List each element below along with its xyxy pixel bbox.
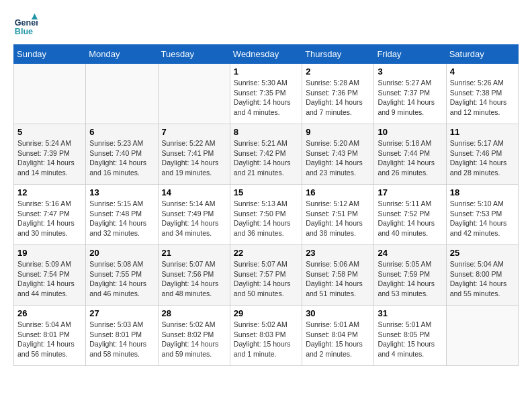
day-number: 13 [89,187,154,197]
day-number: 17 [378,187,442,197]
day-number: 28 [162,308,226,318]
day-number: 29 [234,308,298,318]
calendar-cell: 1Sunrise: 5:30 AM Sunset: 7:35 PM Daylig… [230,64,302,124]
day-number: 26 [17,308,82,318]
day-number: 25 [450,248,515,258]
day-number: 30 [306,308,370,318]
calendar-cell: 24Sunrise: 5:05 AM Sunset: 7:59 PM Dayli… [374,245,446,306]
day-info: Sunrise: 5:24 AM Sunset: 7:39 PM Dayligh… [17,138,82,178]
calendar-cell: 6Sunrise: 5:23 AM Sunset: 7:40 PM Daylig… [86,124,158,185]
calendar-cell: 22Sunrise: 5:07 AM Sunset: 7:57 PM Dayli… [230,245,302,306]
weekday-header-monday: Monday [86,45,158,64]
day-number: 5 [17,127,82,137]
calendar-cell: 23Sunrise: 5:06 AM Sunset: 7:58 PM Dayli… [302,245,374,306]
calendar-week-3: 12Sunrise: 5:16 AM Sunset: 7:47 PM Dayli… [14,185,519,245]
calendar-week-5: 26Sunrise: 5:04 AM Sunset: 8:01 PM Dayli… [14,306,519,366]
svg-marker-2 [32,13,38,19]
day-info: Sunrise: 5:30 AM Sunset: 7:35 PM Dayligh… [234,78,298,118]
day-number: 27 [89,308,154,318]
day-info: Sunrise: 5:05 AM Sunset: 7:59 PM Dayligh… [378,259,442,299]
day-number: 2 [306,66,370,77]
day-number: 24 [378,248,442,258]
day-number: 16 [306,187,370,197]
calendar-cell: 19Sunrise: 5:09 AM Sunset: 7:54 PM Dayli… [14,245,86,306]
day-number: 8 [234,127,298,137]
day-number: 3 [378,66,442,77]
calendar-cell: 15Sunrise: 5:13 AM Sunset: 7:50 PM Dayli… [230,185,302,245]
day-number: 7 [162,127,226,137]
calendar-cell: 3Sunrise: 5:27 AM Sunset: 7:37 PM Daylig… [374,64,446,124]
weekday-row: SundayMondayTuesdayWednesdayThursdayFrid… [14,45,519,64]
calendar-week-2: 5Sunrise: 5:24 AM Sunset: 7:39 PM Daylig… [14,124,519,185]
weekday-header-tuesday: Tuesday [158,45,230,64]
calendar-cell: 27Sunrise: 5:03 AM Sunset: 8:01 PM Dayli… [86,306,158,366]
calendar-cell: 4Sunrise: 5:26 AM Sunset: 7:38 PM Daylig… [446,64,518,124]
day-info: Sunrise: 5:07 AM Sunset: 7:57 PM Dayligh… [234,259,298,299]
day-info: Sunrise: 5:14 AM Sunset: 7:49 PM Dayligh… [162,199,226,238]
day-info: Sunrise: 5:26 AM Sunset: 7:38 PM Dayligh… [450,78,515,118]
calendar-body: 1Sunrise: 5:30 AM Sunset: 7:35 PM Daylig… [14,64,519,366]
calendar-cell: 31Sunrise: 5:01 AM Sunset: 8:05 PM Dayli… [374,306,446,366]
day-info: Sunrise: 5:01 AM Sunset: 8:05 PM Dayligh… [378,320,442,359]
calendar-week-4: 19Sunrise: 5:09 AM Sunset: 7:54 PM Dayli… [14,245,519,306]
calendar-week-1: 1Sunrise: 5:30 AM Sunset: 7:35 PM Daylig… [14,64,519,124]
day-info: Sunrise: 5:04 AM Sunset: 8:00 PM Dayligh… [450,259,515,299]
day-number: 15 [234,187,298,197]
day-info: Sunrise: 5:06 AM Sunset: 7:58 PM Dayligh… [306,259,370,299]
day-number: 23 [306,248,370,258]
day-info: Sunrise: 5:27 AM Sunset: 7:37 PM Dayligh… [378,78,442,118]
day-number: 19 [17,248,82,258]
day-info: Sunrise: 5:02 AM Sunset: 8:03 PM Dayligh… [234,320,298,359]
calendar-cell: 28Sunrise: 5:02 AM Sunset: 8:02 PM Dayli… [158,306,230,366]
logo: General Blue [13,13,40,38]
calendar-cell: 29Sunrise: 5:02 AM Sunset: 8:03 PM Dayli… [230,306,302,366]
day-number: 11 [450,127,515,137]
day-number: 9 [306,127,370,137]
day-number: 31 [378,308,442,318]
calendar-cell: 17Sunrise: 5:11 AM Sunset: 7:52 PM Dayli… [374,185,446,245]
calendar-cell: 18Sunrise: 5:10 AM Sunset: 7:53 PM Dayli… [446,185,518,245]
day-number: 20 [89,248,154,258]
calendar-cell: 13Sunrise: 5:15 AM Sunset: 7:48 PM Dayli… [86,185,158,245]
logo-icon: General Blue [13,13,38,38]
day-info: Sunrise: 5:10 AM Sunset: 7:53 PM Dayligh… [450,199,515,238]
weekday-header-friday: Friday [374,45,446,64]
day-info: Sunrise: 5:17 AM Sunset: 7:46 PM Dayligh… [450,138,515,178]
day-info: Sunrise: 5:21 AM Sunset: 7:42 PM Dayligh… [234,138,298,178]
calendar-table: SundayMondayTuesdayWednesdayThursdayFrid… [13,44,519,366]
calendar-cell: 21Sunrise: 5:07 AM Sunset: 7:56 PM Dayli… [158,245,230,306]
calendar-cell: 14Sunrise: 5:14 AM Sunset: 7:49 PM Dayli… [158,185,230,245]
day-info: Sunrise: 5:04 AM Sunset: 8:01 PM Dayligh… [17,320,82,359]
svg-text:Blue: Blue [15,27,33,36]
day-info: Sunrise: 5:11 AM Sunset: 7:52 PM Dayligh… [378,199,442,238]
weekday-header-saturday: Saturday [446,45,518,64]
calendar-cell [158,64,230,124]
day-info: Sunrise: 5:20 AM Sunset: 7:43 PM Dayligh… [306,138,370,178]
weekday-header-wednesday: Wednesday [230,45,302,64]
day-number: 1 [234,66,298,77]
day-info: Sunrise: 5:08 AM Sunset: 7:55 PM Dayligh… [89,259,154,299]
day-info: Sunrise: 5:09 AM Sunset: 7:54 PM Dayligh… [17,259,82,299]
day-number: 22 [234,248,298,258]
day-info: Sunrise: 5:12 AM Sunset: 7:51 PM Dayligh… [306,199,370,238]
day-number: 4 [450,66,515,77]
day-number: 12 [17,187,82,197]
calendar-cell: 26Sunrise: 5:04 AM Sunset: 8:01 PM Dayli… [14,306,86,366]
calendar-cell: 11Sunrise: 5:17 AM Sunset: 7:46 PM Dayli… [446,124,518,185]
calendar-cell [86,64,158,124]
calendar-cell: 10Sunrise: 5:18 AM Sunset: 7:44 PM Dayli… [374,124,446,185]
day-info: Sunrise: 5:15 AM Sunset: 7:48 PM Dayligh… [89,199,154,238]
weekday-header-thursday: Thursday [302,45,374,64]
day-info: Sunrise: 5:01 AM Sunset: 8:04 PM Dayligh… [306,320,370,359]
calendar-cell: 9Sunrise: 5:20 AM Sunset: 7:43 PM Daylig… [302,124,374,185]
day-number: 14 [162,187,226,197]
weekday-header-sunday: Sunday [14,45,86,64]
calendar-cell: 12Sunrise: 5:16 AM Sunset: 7:47 PM Dayli… [14,185,86,245]
day-info: Sunrise: 5:02 AM Sunset: 8:02 PM Dayligh… [162,320,226,359]
calendar-cell: 8Sunrise: 5:21 AM Sunset: 7:42 PM Daylig… [230,124,302,185]
day-number: 18 [450,187,515,197]
day-info: Sunrise: 5:03 AM Sunset: 8:01 PM Dayligh… [89,320,154,359]
calendar-cell: 25Sunrise: 5:04 AM Sunset: 8:00 PM Dayli… [446,245,518,306]
day-info: Sunrise: 5:18 AM Sunset: 7:44 PM Dayligh… [378,138,442,178]
day-number: 10 [378,127,442,137]
